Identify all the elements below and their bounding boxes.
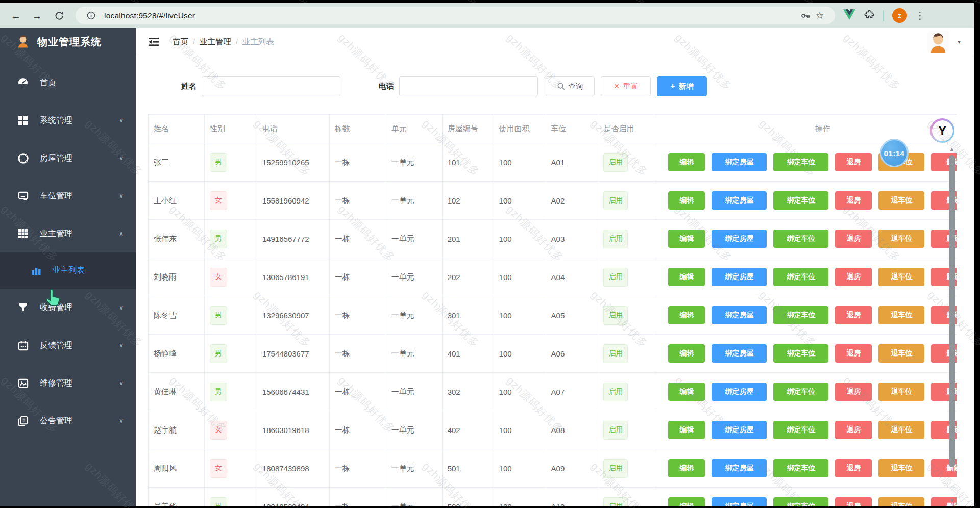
owner-building: 一栋 [335, 387, 350, 397]
checkout-parking-button[interactable]: 退车位 [878, 344, 924, 363]
checkout-button[interactable]: 退房 [835, 306, 872, 324]
gender-tag: 女 [210, 191, 227, 210]
bind-house-button[interactable]: 绑定房屋 [712, 383, 767, 401]
breadcrumb-home[interactable]: 首页 [173, 37, 188, 47]
checkout-parking-button[interactable]: 退车位 [878, 191, 924, 210]
checkout-button[interactable]: 退房 [835, 383, 872, 401]
password-key-icon[interactable] [798, 11, 813, 21]
checkout-parking-button[interactable]: 退车位 [878, 268, 924, 286]
bind-parking-button[interactable]: 绑定车位 [773, 459, 828, 477]
sidebar-item-home[interactable]: 首页 [0, 64, 136, 101]
user-caret-icon[interactable]: ▾ [958, 38, 961, 45]
checkout-button[interactable]: 退房 [835, 344, 872, 363]
edit-button[interactable]: 编辑 [668, 268, 705, 286]
bookmark-star-icon[interactable]: ☆ [813, 10, 827, 21]
bind-house-button[interactable]: 绑定房屋 [712, 306, 767, 324]
url-text[interactable]: localhost:9528/#/liveUser [104, 11, 798, 20]
bind-house-button[interactable]: 绑定房屋 [712, 268, 767, 286]
scroll-down-icon[interactable]: ▼ [946, 497, 958, 503]
bind-parking-button[interactable]: 绑定车位 [773, 230, 828, 248]
floating-extension-button[interactable]: Y [930, 118, 954, 143]
reload-icon[interactable] [50, 7, 67, 24]
checkout-parking-button[interactable]: 退车位 [878, 383, 924, 401]
edit-button[interactable]: 编辑 [668, 153, 705, 171]
sidebar-item-repair[interactable]: 维修管理 ∨ [0, 364, 136, 402]
checkout-parking-button[interactable]: 退车位 [878, 421, 924, 439]
edit-button[interactable]: 编辑 [668, 191, 705, 210]
user-avatar[interactable] [927, 31, 949, 53]
checkout-button[interactable]: 退房 [835, 268, 872, 286]
bind-parking-button[interactable]: 绑定车位 [773, 497, 828, 506]
checkout-parking-button[interactable]: 退车位 [878, 230, 924, 248]
edit-button[interactable]: 编辑 [668, 383, 705, 401]
query-button[interactable]: 查询 [546, 76, 595, 96]
checkout-parking-button[interactable]: 退车位 [878, 306, 924, 324]
bind-parking-button[interactable]: 绑定车位 [773, 306, 828, 324]
sidebar-item-owner[interactable]: 业主管理 ∧ [0, 215, 136, 252]
scroll-up-icon[interactable]: ▲ [946, 146, 958, 152]
bind-parking-button[interactable]: 绑定车位 [773, 268, 828, 286]
name-input[interactable] [202, 76, 340, 96]
owner-parking: A06 [551, 349, 565, 358]
bind-house-button[interactable]: 绑定房屋 [712, 153, 767, 171]
sidebar-item-parking[interactable]: 车位管理 ∨ [0, 177, 136, 215]
hamburger-fold-icon[interactable] [148, 37, 159, 47]
edit-button[interactable]: 编辑 [668, 459, 705, 477]
edit-button[interactable]: 编辑 [668, 497, 705, 506]
checkout-parking-button[interactable]: 退车位 [878, 497, 924, 506]
checkout-button[interactable]: 退房 [835, 497, 872, 506]
sidebar-item-feedback[interactable]: 反馈管理 ∨ [0, 326, 136, 364]
edit-button[interactable]: 编辑 [668, 306, 705, 324]
vertical-scrollbar[interactable]: ▲ ▼ [946, 143, 958, 506]
back-icon[interactable]: ← [7, 7, 24, 24]
reset-button[interactable]: ✕ 重置 [601, 76, 651, 96]
checkout-button[interactable]: 退房 [835, 153, 872, 171]
sidebar-item-house[interactable]: 房屋管理 ∨ [0, 139, 136, 177]
owner-room: 502 [448, 502, 460, 507]
checkout-parking-button[interactable]: 退车位 [878, 459, 924, 477]
add-button[interactable]: + 新增 [657, 76, 707, 96]
edit-button[interactable]: 编辑 [668, 230, 705, 248]
bind-house-button[interactable]: 绑定房屋 [712, 191, 767, 210]
recording-timer-bubble[interactable]: 01:14 [880, 139, 909, 167]
edit-button[interactable]: 编辑 [668, 344, 705, 363]
checkout-button[interactable]: 退房 [835, 191, 872, 210]
bind-house-button[interactable]: 绑定房屋 [712, 497, 767, 506]
extensions-icon[interactable] [864, 9, 875, 22]
vue-devtools-icon[interactable] [843, 9, 855, 22]
sidebar-item-owner-list[interactable]: 业主列表 [0, 252, 136, 289]
bind-parking-button[interactable]: 绑定车位 [773, 344, 828, 363]
forward-icon[interactable]: → [29, 7, 46, 24]
browser-menu-icon[interactable]: ⋮ [915, 10, 925, 21]
edit-button[interactable]: 编辑 [668, 421, 705, 439]
bind-house-button[interactable]: 绑定房屋 [712, 230, 767, 248]
site-info-icon[interactable] [84, 11, 98, 20]
grid9-icon [16, 228, 30, 239]
bind-house-button[interactable]: 绑定房屋 [712, 421, 767, 439]
checkout-button[interactable]: 退房 [835, 230, 872, 248]
chevron-down-icon: ∨ [119, 379, 124, 387]
bind-house-button[interactable]: 绑定房屋 [712, 459, 767, 477]
bind-parking-button[interactable]: 绑定车位 [773, 421, 828, 439]
phone-input[interactable] [399, 76, 538, 96]
bind-house-button[interactable]: 绑定房屋 [712, 344, 767, 363]
checkout-button[interactable]: 退房 [835, 421, 872, 439]
checkout-button[interactable]: 退房 [835, 459, 872, 477]
owner-name: 杨静峰 [154, 349, 177, 359]
browser-profile-avatar[interactable]: z [892, 8, 907, 23]
bind-parking-button[interactable]: 绑定车位 [773, 383, 828, 401]
sidebar-menu: 首页 系统管理 ∨ 房屋管理 ∨ [0, 56, 136, 440]
scrollbar-thumb[interactable] [949, 155, 955, 467]
bind-parking-button[interactable]: 绑定车位 [773, 153, 828, 171]
gender-tag: 男 [210, 383, 227, 401]
sidebar-item-fees[interactable]: 收费管理 ∨ [0, 289, 136, 326]
chevron-down-icon: ∨ [119, 155, 124, 162]
address-bar[interactable]: localhost:9528/#/liveUser ☆ [76, 7, 835, 24]
breadcrumb-owner-mgmt[interactable]: 业主管理 [200, 37, 231, 47]
table-row: 张伟东 男 14916567772 一栋 一单元 201 100 A03 启用 … [149, 220, 957, 258]
bind-parking-button[interactable]: 绑定车位 [773, 191, 828, 210]
sidebar-item-notice[interactable]: 公告管理 ∨ [0, 402, 136, 440]
sidebar-item-system[interactable]: 系统管理 ∨ [0, 101, 136, 139]
breadcrumb-separator: / [193, 38, 195, 46]
owner-unit: 一单元 [391, 196, 414, 206]
